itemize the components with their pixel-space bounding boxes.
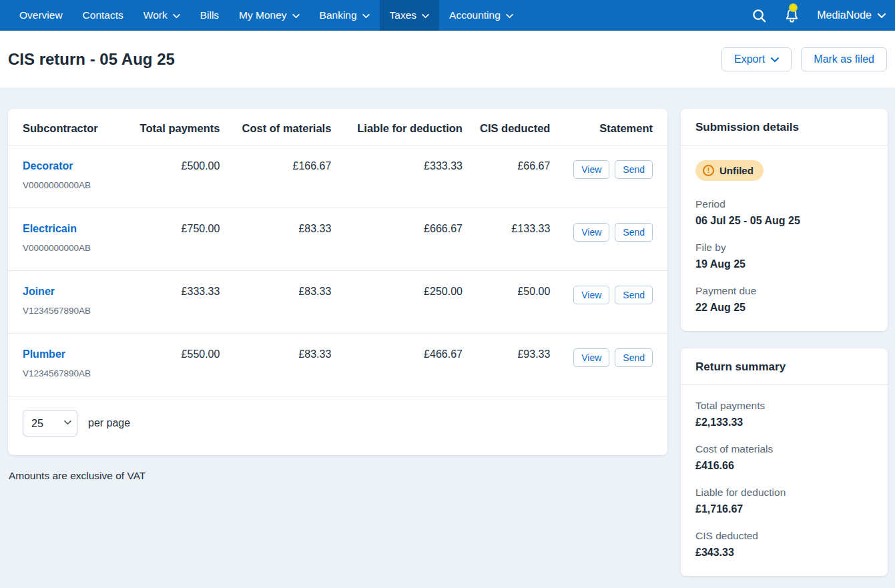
cis-deducted-value: £133.33	[463, 208, 550, 271]
return-summary-card: Return summary Total payments £2,133.33 …	[681, 348, 888, 576]
column-header-total-payments: Total payments	[120, 109, 220, 145]
nav-item-my-money[interactable]: My Money	[229, 0, 310, 31]
cost-of-materials-value: £166.67	[220, 145, 331, 208]
view-statement-button[interactable]: View	[573, 348, 609, 367]
view-statement-button[interactable]: View	[573, 286, 609, 304]
warning-icon: !	[703, 165, 714, 176]
view-statement-button[interactable]: View	[573, 223, 609, 242]
table-row: Joiner V1234567890AB £333.33 £83.33 £250…	[8, 271, 667, 334]
summary-liable-for-deduction-value: £1,716.67	[695, 503, 873, 515]
return-summary-title: Return summary	[681, 348, 888, 385]
vat-footnote: Amounts are exclusive of VAT	[9, 470, 667, 482]
submission-details-title: Submission details	[681, 109, 888, 145]
page-title: CIS return - 05 Aug 25	[8, 50, 175, 69]
total-payments-value: £500.00	[120, 145, 220, 208]
verification-number: V1234567890AB	[23, 368, 120, 378]
liable-for-deduction-value: £466.67	[331, 334, 463, 396]
chevron-down-icon	[771, 53, 779, 65]
chevron-down-icon	[506, 9, 513, 21]
verification-number: V0000000000AB	[23, 243, 120, 253]
send-statement-button[interactable]: Send	[615, 160, 653, 179]
account-name: MediaNode	[817, 9, 872, 21]
subcontractor-table: Subcontractor Total payments Cost of mat…	[8, 109, 667, 396]
cis-deducted-value: £93.33	[463, 334, 550, 396]
summary-cost-of-materials-label: Cost of materials	[695, 443, 873, 455]
account-menu[interactable]: MediaNode	[817, 9, 886, 21]
subcontractor-link[interactable]: Electricain	[23, 223, 77, 235]
summary-liable-for-deduction-label: Liable for deduction	[695, 487, 873, 499]
period-label: Period	[695, 198, 873, 210]
liable-for-deduction-value: £250.00	[331, 271, 463, 334]
nav-menu: Overview Contacts Work Bills My Money Ba…	[9, 0, 523, 31]
summary-total-payments-value: £2,133.33	[695, 416, 873, 428]
subcontractor-link[interactable]: Joiner	[23, 286, 55, 298]
summary-cost-of-materials-value: £416.66	[695, 460, 873, 472]
total-payments-value: £333.33	[120, 271, 220, 334]
verification-number: V1234567890AB	[23, 306, 120, 316]
nav-item-bills[interactable]: Bills	[190, 0, 229, 31]
send-statement-button[interactable]: Send	[615, 286, 653, 304]
summary-total-payments-label: Total payments	[695, 400, 873, 412]
nav-item-work[interactable]: Work	[133, 0, 190, 31]
payment-due-value: 22 Aug 25	[695, 302, 873, 314]
send-statement-button[interactable]: Send	[615, 223, 653, 242]
submission-details-card: Submission details ! Unfiled Period 06 J…	[681, 109, 888, 331]
subcontractor-link[interactable]: Decorator	[23, 160, 73, 172]
chevron-down-icon	[292, 9, 300, 21]
total-payments-value: £550.00	[120, 334, 220, 396]
column-header-statement: Statement	[550, 109, 667, 145]
nav-item-taxes[interactable]: Taxes	[380, 0, 440, 31]
verification-number: V0000000000AB	[23, 180, 120, 190]
page-header: CIS return - 05 Aug 25 Export Mark as fi…	[0, 31, 895, 87]
table-row: Decorator V0000000000AB £500.00 £166.67 …	[8, 145, 667, 208]
nav-item-banking[interactable]: Banking	[310, 0, 380, 31]
liable-for-deduction-value: £333.33	[331, 145, 463, 208]
mark-as-filed-button[interactable]: Mark as filed	[801, 47, 887, 71]
nav-item-accounting[interactable]: Accounting	[439, 0, 523, 31]
period-value: 06 Jul 25 - 05 Aug 25	[695, 215, 873, 227]
cis-deducted-value: £50.00	[463, 271, 550, 334]
notifications-bell-icon[interactable]	[784, 7, 800, 23]
search-icon[interactable]	[752, 8, 767, 23]
column-header-cis-deducted: CIS deducted	[463, 109, 550, 145]
chevron-down-icon	[362, 9, 370, 21]
cost-of-materials-value: £83.33	[220, 334, 331, 396]
payment-due-label: Payment due	[695, 285, 873, 297]
chevron-down-icon	[878, 9, 886, 21]
liable-for-deduction-value: £666.67	[331, 208, 463, 271]
view-statement-button[interactable]: View	[573, 160, 609, 179]
chevron-down-icon	[173, 9, 180, 21]
summary-cis-deducted-value: £343.33	[695, 547, 873, 559]
file-by-label: File by	[695, 242, 873, 254]
cis-deducted-value: £66.67	[463, 145, 550, 208]
top-navigation: Overview Contacts Work Bills My Money Ba…	[0, 0, 895, 31]
per-page-select[interactable]: 25	[23, 410, 77, 436]
table-row: Electricain V0000000000AB £750.00 £83.33…	[8, 208, 667, 271]
send-statement-button[interactable]: Send	[615, 348, 653, 367]
column-header-cost-of-materials: Cost of materials	[220, 109, 331, 145]
chevron-down-icon	[422, 9, 429, 21]
export-button[interactable]: Export	[721, 47, 792, 71]
summary-cis-deducted-label: CIS deducted	[695, 530, 873, 542]
per-page-label: per page	[88, 417, 130, 429]
column-header-subcontractor: Subcontractor	[8, 109, 120, 145]
cost-of-materials-value: £83.33	[220, 271, 331, 334]
status-badge: ! Unfiled	[695, 160, 764, 181]
cost-of-materials-value: £83.33	[220, 208, 331, 271]
file-by-value: 19 Aug 25	[695, 258, 873, 270]
total-payments-value: £750.00	[120, 208, 220, 271]
subcontractor-link[interactable]: Plumber	[23, 348, 65, 360]
nav-item-overview[interactable]: Overview	[9, 0, 73, 31]
nav-item-contacts[interactable]: Contacts	[73, 0, 133, 31]
cis-return-table-card: Subcontractor Total payments Cost of mat…	[8, 109, 667, 455]
table-row: Plumber V1234567890AB £550.00 £83.33 £46…	[8, 334, 667, 396]
column-header-liable-for-deduction: Liable for deduction	[331, 109, 463, 145]
